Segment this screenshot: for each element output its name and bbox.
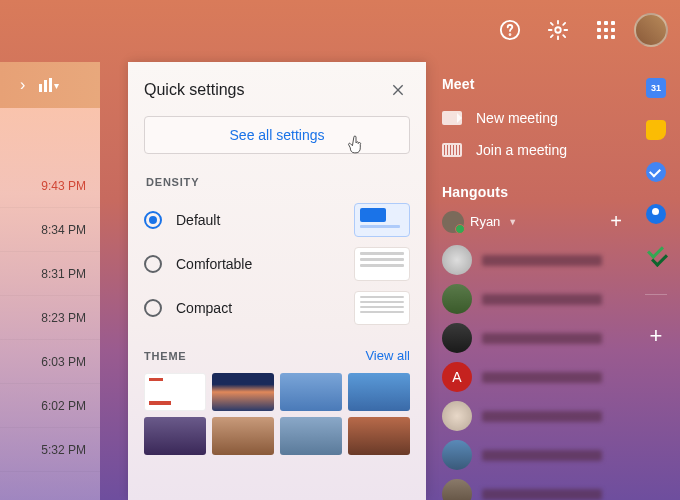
density-option-comfortable[interactable]: Comfortable (144, 242, 410, 286)
radio-icon (144, 299, 162, 317)
contact-avatar (442, 323, 472, 353)
contact-item[interactable] (442, 479, 622, 500)
user-name: Ryan (470, 214, 500, 229)
message-time-list: 9:43 PM 8:34 PM 8:31 PM 8:23 PM 6:03 PM … (0, 108, 100, 472)
close-icon[interactable] (386, 78, 410, 102)
message-time[interactable]: 8:31 PM (0, 252, 100, 296)
density-label: Compact (176, 300, 232, 316)
contact-avatar (442, 401, 472, 431)
theme-thumb[interactable] (212, 373, 274, 411)
panel-title: Quick settings (144, 81, 244, 99)
tasks-icon[interactable] (646, 162, 666, 182)
density-option-default[interactable]: Default (144, 198, 410, 242)
contact-name-redacted (482, 450, 602, 461)
contact-item[interactable] (442, 323, 622, 353)
theme-thumb[interactable] (280, 373, 342, 411)
sidebar-divider (645, 294, 667, 295)
density-option-compact[interactable]: Compact (144, 286, 410, 330)
density-label: Default (176, 212, 220, 228)
calendar-icon[interactable] (646, 78, 666, 98)
chevron-right-icon[interactable]: › (20, 76, 25, 94)
density-section-label: DENSITY (146, 176, 410, 188)
contact-avatar: A (442, 362, 472, 392)
split-view-icon[interactable]: ▾ (39, 78, 59, 92)
see-all-label: See all settings (230, 127, 325, 143)
account-avatar[interactable] (634, 13, 668, 47)
new-meeting-label: New meeting (476, 110, 558, 126)
density-label: Comfortable (176, 256, 252, 272)
contact-avatar (442, 284, 472, 314)
theme-thumb[interactable] (348, 417, 410, 455)
radio-selected-icon (144, 211, 162, 229)
contact-item[interactable] (442, 401, 622, 431)
message-time[interactable]: 5:32 PM (0, 428, 100, 472)
keep-icon[interactable] (646, 120, 666, 140)
message-time[interactable]: 6:03 PM (0, 340, 100, 384)
contact-avatar (442, 479, 472, 500)
theme-section-label: THEME (144, 350, 187, 362)
density-preview-compact (354, 291, 410, 325)
double-check-icon[interactable] (646, 246, 666, 266)
contact-name-redacted (482, 372, 602, 383)
theme-thumb[interactable] (280, 417, 342, 455)
contact-avatar (442, 440, 472, 470)
contact-item[interactable] (442, 245, 622, 275)
help-icon[interactable] (490, 10, 530, 50)
keyboard-icon (442, 143, 462, 157)
hangouts-user[interactable]: Ryan ▼ (442, 211, 517, 233)
radio-icon (144, 255, 162, 273)
contact-list: A (442, 245, 622, 500)
contact-item[interactable] (442, 440, 622, 470)
contact-name-redacted (482, 489, 602, 500)
meet-title: Meet (442, 76, 622, 92)
contact-item[interactable] (442, 284, 622, 314)
view-all-themes-link[interactable]: View all (365, 348, 410, 363)
quick-settings-panel: Quick settings See all settings DENSITY … (128, 62, 426, 500)
contacts-icon[interactable] (646, 204, 666, 224)
join-meeting-label: Join a meeting (476, 142, 567, 158)
cursor-hand-icon (347, 135, 365, 155)
right-sidebar: + (632, 62, 680, 500)
get-addons-button[interactable]: + (650, 323, 663, 349)
settings-icon[interactable] (538, 10, 578, 50)
theme-thumb[interactable] (144, 373, 206, 411)
message-time[interactable]: 8:34 PM (0, 208, 100, 252)
contact-name-redacted (482, 294, 602, 305)
new-conversation-button[interactable]: + (610, 210, 622, 233)
theme-thumb[interactable] (212, 417, 274, 455)
see-all-settings-button[interactable]: See all settings (144, 116, 410, 154)
theme-thumb[interactable] (144, 417, 206, 455)
message-time[interactable]: 6:02 PM (0, 384, 100, 428)
chevron-down-icon: ▼ (508, 217, 517, 227)
top-bar (0, 0, 680, 60)
svg-point-2 (555, 27, 561, 33)
new-meeting-button[interactable]: New meeting (442, 102, 622, 134)
contact-name-redacted (482, 411, 602, 422)
contact-name-redacted (482, 333, 602, 344)
right-column: Meet New meeting Join a meeting Hangouts… (432, 62, 632, 500)
apps-icon[interactable] (586, 10, 626, 50)
theme-grid (144, 373, 410, 455)
contact-avatar (442, 245, 472, 275)
density-preview-default (354, 203, 410, 237)
svg-point-1 (510, 34, 511, 35)
contact-item[interactable]: A (442, 362, 622, 392)
user-avatar-icon (442, 211, 464, 233)
theme-thumb[interactable] (348, 373, 410, 411)
contact-name-redacted (482, 255, 602, 266)
toolbar-row: › ▾ (0, 62, 100, 108)
join-meeting-button[interactable]: Join a meeting (442, 134, 622, 166)
density-preview-comfortable (354, 247, 410, 281)
camera-icon (442, 111, 462, 125)
inbox-left-strip: › ▾ 9:43 PM 8:34 PM 8:31 PM 8:23 PM 6:03… (0, 62, 100, 500)
message-time[interactable]: 8:23 PM (0, 296, 100, 340)
message-time[interactable]: 9:43 PM (0, 164, 100, 208)
hangouts-title: Hangouts (442, 184, 622, 200)
